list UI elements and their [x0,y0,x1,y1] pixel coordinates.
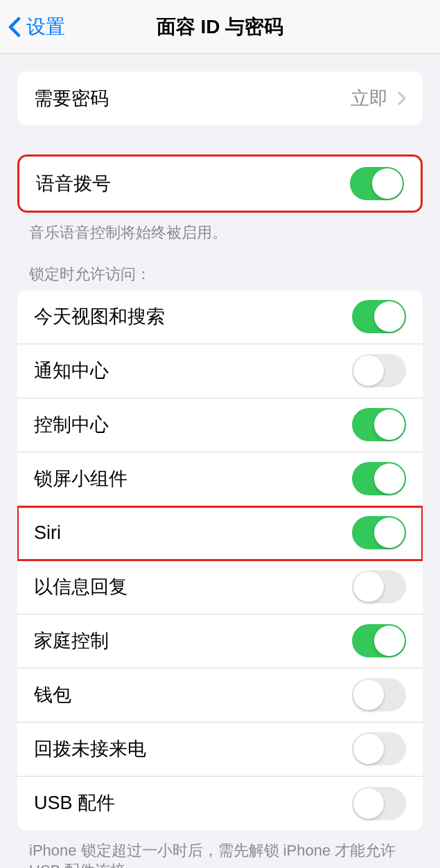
lock-access-label: 家庭控制 [34,630,109,652]
lock-access-row: 回拨未接来电 [17,723,423,777]
lock-access-row: 以信息回复 [17,560,423,614]
lock-access-toggle[interactable] [352,516,406,549]
lock-access-row: 钱包 [17,668,423,723]
lock-access-label: 今天视图和搜索 [34,305,165,328]
voice-dial-label: 语音拨号 [36,172,111,195]
lock-access-toggle[interactable] [352,408,406,441]
lock-access-row: 控制中心 [17,398,423,452]
require-passcode-value: 立即 [351,86,388,111]
voice-dial-toggle[interactable] [350,167,404,200]
lock-access-row: 今天视图和搜索 [17,290,423,344]
require-passcode-row[interactable]: 需要密码 立即 [17,71,423,125]
require-passcode-label: 需要密码 [34,87,109,109]
lock-access-label: 锁屏小组件 [34,468,127,490]
lock-access-header: 锁定时允许访问： [29,264,411,285]
chevron-right-icon [398,91,406,105]
lock-access-row: USB 配件 [17,777,423,831]
lock-access-toggle[interactable] [352,300,406,333]
lock-access-toggle[interactable] [352,570,406,603]
lock-access-label: 钱包 [34,684,71,706]
lock-access-toggle[interactable] [352,354,406,387]
lock-access-label: 通知中心 [34,360,109,382]
page-title: 面容 ID 与密码 [157,14,284,40]
back-button[interactable]: 设置 [0,14,65,40]
lock-access-toggle[interactable] [352,787,406,820]
lock-access-label: USB 配件 [34,792,115,814]
lock-access-row: 锁屏小组件 [17,452,423,506]
lock-access-label: Siri [34,522,61,544]
require-passcode-group: 需要密码 立即 [17,71,423,125]
lock-access-toggle[interactable] [352,624,406,657]
voice-dial-group: 语音拨号 [17,154,423,213]
lock-access-label: 回拨未接来电 [34,738,146,760]
lock-access-row: 通知中心 [17,344,423,398]
back-label: 设置 [26,14,65,40]
voice-dial-footer: 音乐语音控制将始终被启用。 [29,222,411,243]
voice-dial-row: 语音拨号 [19,157,421,211]
lock-access-row: Siri [17,506,423,560]
lock-access-toggle[interactable] [352,732,406,765]
navigation-bar: 设置 面容 ID 与密码 [0,0,440,54]
lock-access-group: 今天视图和搜索通知中心控制中心锁屏小组件Siri以信息回复家庭控制钱包回拨未接来… [17,290,423,831]
lock-access-label: 控制中心 [34,414,109,436]
lock-access-toggle[interactable] [352,462,406,495]
lock-access-row: 家庭控制 [17,614,423,668]
lock-access-footer: iPhone 锁定超过一小时后，需先解锁 iPhone 才能允许 USB 配件连… [29,840,411,868]
chevron-left-icon [8,17,21,37]
lock-access-toggle[interactable] [352,678,406,711]
lock-access-label: 以信息回复 [34,576,127,598]
